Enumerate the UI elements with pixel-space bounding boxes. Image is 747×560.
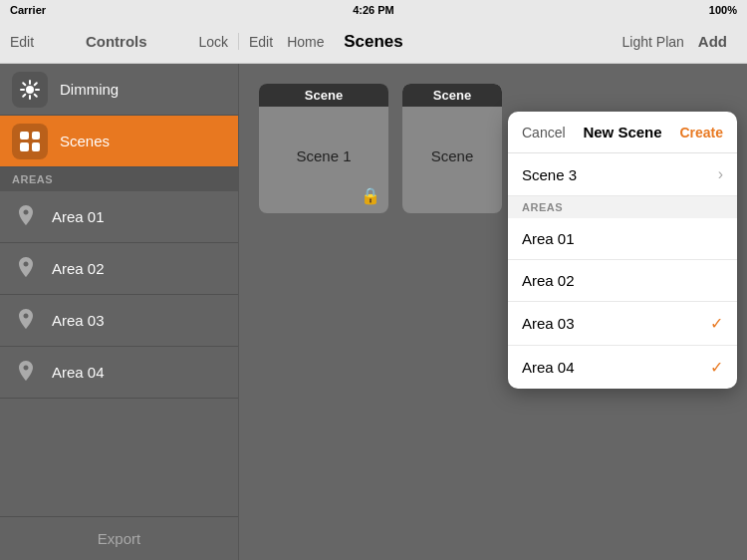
dropdown-header: Cancel New Scene Create — [508, 112, 737, 153]
nav-middle-left-buttons: Edit Home — [249, 34, 324, 50]
scenes-label: Scenes — [60, 133, 110, 149]
area03-label: Area 03 — [52, 312, 105, 329]
dropdown-area01-label: Area 01 — [522, 230, 575, 247]
areas-section-header: Areas — [0, 167, 238, 191]
nav-left-buttons: Edit — [10, 34, 34, 50]
sidebar-area-03[interactable]: Area 03 — [0, 295, 238, 347]
scenes-title: Scenes — [344, 32, 403, 52]
dropdown-area02-item[interactable]: Area 02 — [508, 260, 737, 302]
home-button[interactable]: Home — [287, 34, 324, 50]
svg-line-7 — [35, 83, 37, 85]
scene-card-2-name: Scene — [431, 147, 474, 164]
sidebar-footer: Export — [0, 516, 238, 560]
sidebar-item-dimming[interactable]: Dimming — [0, 64, 238, 116]
dropdown-title: New Scene — [583, 124, 661, 140]
controls-title: Controls — [86, 33, 147, 50]
area04-label: Area 04 — [52, 364, 105, 381]
dropdown-area03-item[interactable]: Area 03 ✓ — [508, 302, 737, 346]
pin-icon-area03 — [12, 307, 40, 335]
scene-card-1-body: Scene 1 — [296, 107, 351, 205]
dropdown-area03-label: Area 03 — [522, 315, 575, 332]
scene-card-1-header: Scene — [259, 84, 388, 107]
pin-icon-area01 — [12, 203, 40, 231]
grid-icon-container — [12, 124, 48, 159]
scene-card-1-name: Scene 1 — [296, 147, 351, 164]
light-plan-button[interactable]: Light Plan — [622, 33, 684, 50]
area02-label: Area 02 — [52, 260, 105, 277]
nav-left-section: Edit Controls Lock — [0, 33, 239, 50]
left-edit-button[interactable]: Edit — [10, 34, 34, 50]
dropdown-scene3-item[interactable]: Scene 3 › — [508, 153, 737, 196]
carrier-label: Carrier — [10, 4, 46, 16]
sun-icon-container — [12, 72, 48, 108]
grid-icon — [20, 132, 40, 151]
create-button[interactable]: Create — [679, 125, 723, 140]
middle-edit-button[interactable]: Edit — [249, 34, 273, 50]
dropdown-area02-label: Area 02 — [522, 272, 575, 289]
dropdown-area01-item[interactable]: Area 01 — [508, 218, 737, 260]
dropdown-area04-item[interactable]: Area 04 ✓ — [508, 346, 737, 389]
lock-button[interactable]: Lock — [198, 34, 228, 50]
pin-icon-area02 — [12, 255, 40, 283]
dropdown-area04-label: Area 04 — [522, 359, 575, 376]
svg-line-6 — [35, 94, 37, 96]
add-button[interactable]: Add — [698, 33, 727, 50]
scene-card-2[interactable]: Scene Scene — [402, 84, 502, 213]
nav-middle-section: Edit Home Light Plan Add — [239, 33, 747, 50]
sidebar-item-scenes[interactable]: Scenes — [0, 116, 238, 167]
sidebar-area-04[interactable]: Area 04 — [0, 347, 238, 399]
nav-right-buttons: Light Plan Add — [622, 33, 737, 50]
dropdown-areas-header: AREAS — [508, 196, 737, 218]
svg-line-8 — [23, 94, 25, 96]
area01-label: Area 01 — [52, 208, 105, 225]
svg-point-0 — [26, 86, 34, 94]
export-button[interactable]: Export — [98, 530, 140, 547]
dimming-label: Dimming — [60, 81, 119, 98]
check-icon-area04: ✓ — [710, 358, 723, 377]
sidebar-area-01[interactable]: Area 01 — [0, 191, 238, 243]
svg-line-5 — [23, 83, 25, 85]
nav-bar: Edit Controls Lock Edit Home Light Plan … — [0, 20, 747, 64]
time-label: 4:26 PM — [353, 4, 394, 16]
chevron-right-icon: › — [718, 165, 723, 183]
check-icon-area03: ✓ — [710, 314, 723, 333]
cancel-button[interactable]: Cancel — [522, 125, 566, 140]
scene-card-2-header: Scene — [402, 84, 502, 107]
lock-icon: 🔒 — [361, 186, 380, 205]
status-bar: Carrier 4:26 PM 100% — [0, 0, 747, 20]
sidebar-area-02[interactable]: Area 02 — [0, 243, 238, 295]
scene-card-1[interactable]: Scene Scene 1 🔒 — [259, 84, 388, 213]
sidebar: Dimming Scenes Areas — [0, 64, 239, 560]
sun-icon — [19, 79, 41, 101]
battery-label: 100% — [709, 4, 737, 16]
pin-icon-area04 — [12, 359, 40, 387]
scenes-content: Scene Scene 1 🔒 Scene Scene Cancel New S… — [239, 64, 747, 560]
main-layout: Dimming Scenes Areas — [0, 64, 747, 560]
scene3-label: Scene 3 — [522, 166, 577, 183]
new-scene-dropdown: Cancel New Scene Create Scene 3 › AREAS … — [508, 112, 737, 389]
scene-card-2-body: Scene — [431, 107, 474, 205]
